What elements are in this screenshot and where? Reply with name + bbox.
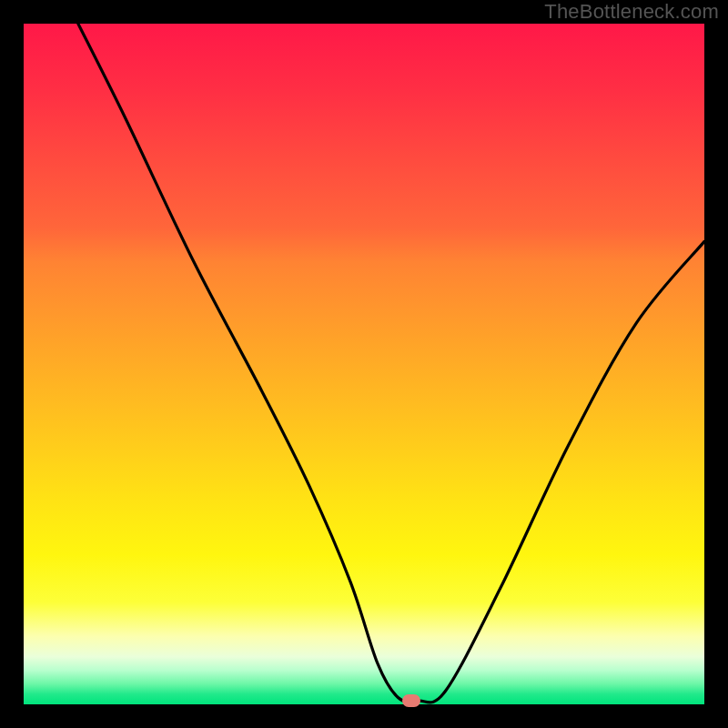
chart-frame: TheBottleneck.com [0, 0, 728, 728]
plot-area [24, 24, 704, 704]
minimum-marker [402, 694, 420, 707]
watermark-text: TheBottleneck.com [544, 0, 719, 24]
bottleneck-curve [24, 24, 704, 704]
